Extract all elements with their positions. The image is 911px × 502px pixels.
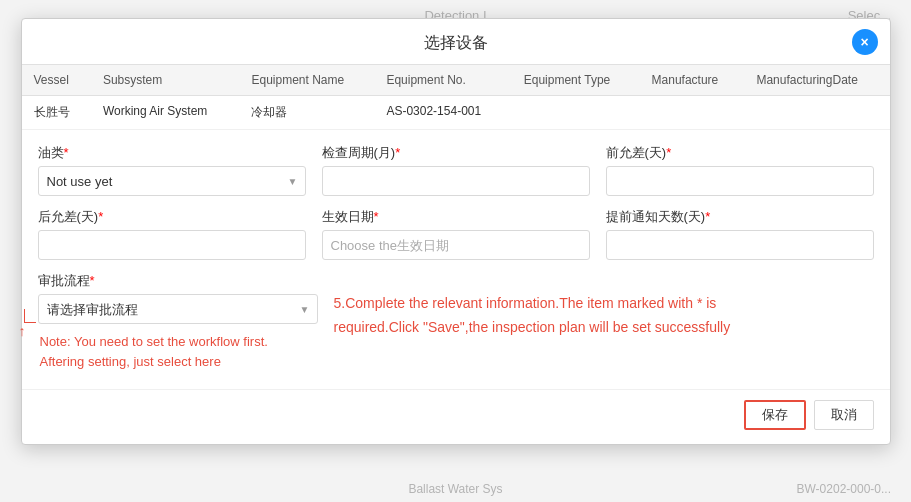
cell-vessel: 长胜号 bbox=[22, 96, 91, 130]
cell-manufacture bbox=[640, 96, 745, 130]
field-pre-tolerance: 前允差(天)* bbox=[606, 144, 874, 196]
pre-tolerance-input[interactable] bbox=[606, 166, 874, 196]
col-manufacture: Manufacture bbox=[640, 65, 745, 96]
col-equipment-name: Equipment Name bbox=[239, 65, 374, 96]
workflow-select-wrapper: 请选择审批流程 ▼ bbox=[38, 294, 318, 324]
form-row-2: 后允差(天)* 生效日期* 提前通知天数(天)* bbox=[38, 208, 874, 260]
close-button[interactable]: × bbox=[852, 29, 878, 55]
label-inspection-cycle: 检查周期(月)* bbox=[322, 144, 590, 162]
col-vessel: Vessel bbox=[22, 65, 91, 96]
modal-dialog: 选择设备 × Vessel Subsystem Equipment Name E… bbox=[21, 18, 891, 445]
modal-header: 选择设备 × bbox=[22, 19, 890, 65]
form-row-3: 审批流程* ↑ 请选择审批流程 ▼ bbox=[38, 272, 874, 375]
col-equipment-type: Equipment Type bbox=[512, 65, 640, 96]
equipment-table: Vessel Subsystem Equipment Name Equipmen… bbox=[22, 65, 890, 130]
oil-type-select-wrapper: Not use yet ▼ bbox=[38, 166, 306, 196]
equipment-table-section: Vessel Subsystem Equipment Name Equipmen… bbox=[22, 65, 890, 130]
form-row-1: 油类* Not use yet ▼ 检查周期(月)* bbox=[38, 144, 874, 196]
form-section: 油类* Not use yet ▼ 检查周期(月)* bbox=[22, 130, 890, 385]
save-button[interactable]: 保存 bbox=[744, 400, 806, 430]
label-workflow: 审批流程* bbox=[38, 272, 318, 290]
cell-subsystem: Working Air System bbox=[91, 96, 240, 130]
effective-date-input[interactable] bbox=[322, 230, 590, 260]
advance-notice-input[interactable] bbox=[606, 230, 874, 260]
table-row: 长胜号 Working Air System 冷却器 AS-0302-154-0… bbox=[22, 96, 890, 130]
oil-type-select[interactable]: Not use yet bbox=[38, 166, 306, 196]
field-inspection-cycle: 检查周期(月)* bbox=[322, 144, 590, 196]
note-text: Note: You need to set the workflow first… bbox=[38, 332, 318, 371]
col-equipment-no: Equipment No. bbox=[374, 65, 511, 96]
field-oil-type: 油类* Not use yet ▼ bbox=[38, 144, 306, 196]
cell-manufacturing-date bbox=[744, 96, 889, 130]
label-advance-notice: 提前通知天数(天)* bbox=[606, 208, 874, 226]
post-tolerance-input[interactable] bbox=[38, 230, 306, 260]
cancel-button[interactable]: 取消 bbox=[814, 400, 874, 430]
instruction-area: 5.Complete the relevant information.The … bbox=[334, 272, 874, 340]
label-oil-type: 油类* bbox=[38, 144, 306, 162]
field-post-tolerance: 后允差(天)* bbox=[38, 208, 306, 260]
label-post-tolerance: 后允差(天)* bbox=[38, 208, 306, 226]
cell-equipment-name: 冷却器 bbox=[239, 96, 374, 130]
modal-footer: 保存 取消 bbox=[22, 389, 890, 444]
cell-equipment-no: AS-0302-154-001 bbox=[374, 96, 511, 130]
field-workflow: 审批流程* ↑ 请选择审批流程 ▼ bbox=[38, 272, 318, 371]
modal-title: 选择设备 bbox=[424, 33, 488, 54]
col-manufacturing-date: ManufacturingDate bbox=[744, 65, 889, 96]
cell-equipment-type bbox=[512, 96, 640, 130]
col-subsystem: Subsystem bbox=[91, 65, 240, 96]
modal-overlay: 选择设备 × Vessel Subsystem Equipment Name E… bbox=[0, 0, 911, 502]
workflow-select[interactable]: 请选择审批流程 bbox=[38, 294, 318, 324]
instruction-text: 5.Complete the relevant information.The … bbox=[334, 292, 874, 340]
label-effective-date: 生效日期* bbox=[322, 208, 590, 226]
field-advance-notice: 提前通知天数(天)* bbox=[606, 208, 874, 260]
label-pre-tolerance: 前允差(天)* bbox=[606, 144, 874, 162]
field-effective-date: 生效日期* bbox=[322, 208, 590, 260]
inspection-cycle-input[interactable] bbox=[322, 166, 590, 196]
